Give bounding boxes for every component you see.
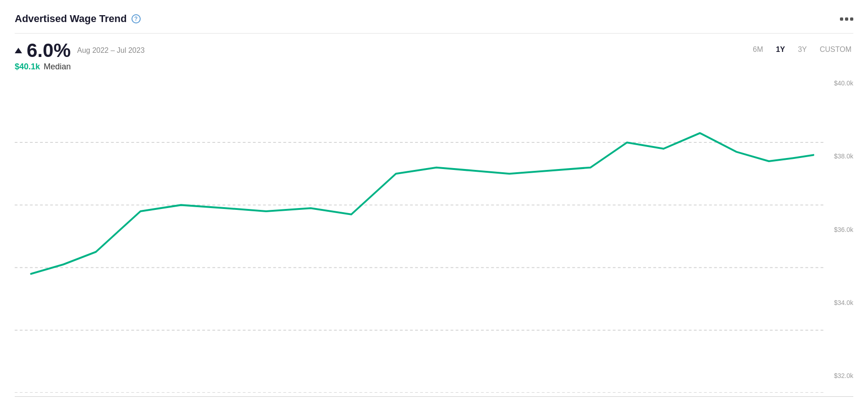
filter-3y[interactable]: 3Y xyxy=(796,45,809,55)
widget-container: Advertised Wage Trend ? 6.0% Aug 2022 – … xyxy=(0,0,868,406)
line-chart xyxy=(15,80,853,393)
median-label: Median xyxy=(44,62,71,72)
stats-left: 6.0% Aug 2022 – Jul 2023 $40.1k Median xyxy=(15,41,145,72)
header-row: Advertised Wage Trend ? xyxy=(15,13,853,25)
filter-6m[interactable]: 6M xyxy=(751,45,765,55)
change-percent: 6.0% xyxy=(27,41,71,60)
bottom-divider xyxy=(15,396,853,397)
filter-custom[interactable]: CUSTOM xyxy=(818,45,853,55)
chart-area: $40.0k $38.0k $36.0k $34.0k $32.0k xyxy=(15,80,853,393)
change-row: 6.0% Aug 2022 – Jul 2023 xyxy=(15,41,145,60)
title-group: Advertised Wage Trend ? xyxy=(15,13,141,25)
median-row: $40.1k Median xyxy=(15,62,145,72)
time-filters: 6M 1Y 3Y CUSTOM xyxy=(751,45,853,55)
widget-title: Advertised Wage Trend xyxy=(15,13,127,25)
up-arrow-icon xyxy=(15,48,22,53)
stats-row: 6.0% Aug 2022 – Jul 2023 $40.1k Median 6… xyxy=(15,41,853,72)
header-divider xyxy=(15,33,853,34)
more-dot-3 xyxy=(850,17,853,21)
filter-1y[interactable]: 1Y xyxy=(774,45,787,55)
help-icon[interactable]: ? xyxy=(131,14,141,23)
more-dot-1 xyxy=(840,17,843,21)
median-value: $40.1k xyxy=(15,62,40,72)
more-options-button[interactable] xyxy=(840,17,853,21)
date-range: Aug 2022 – Jul 2023 xyxy=(77,46,145,55)
more-dot-2 xyxy=(845,17,848,21)
